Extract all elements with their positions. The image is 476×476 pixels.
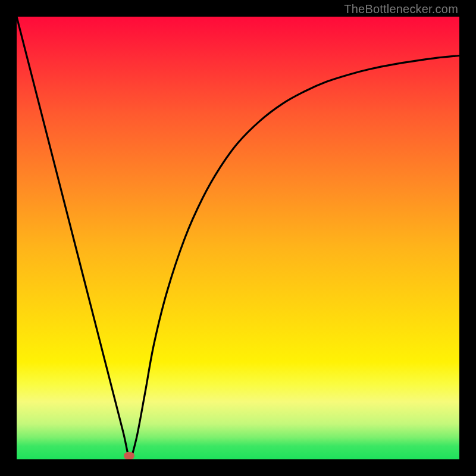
plot-frame: [17, 17, 459, 459]
optimal-point-marker: [124, 452, 134, 459]
bottleneck-curve: [17, 17, 459, 459]
credit-text: TheBottlenecker.com: [344, 2, 458, 16]
